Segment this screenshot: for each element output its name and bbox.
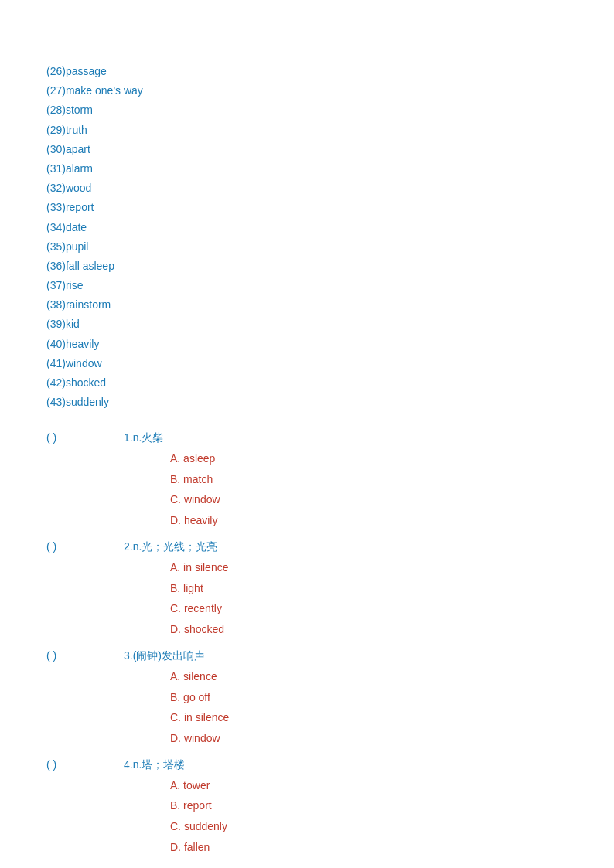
question-option[interactable]: D. heavily <box>46 510 568 531</box>
vocab-item: (38)rainstorm <box>46 295 568 315</box>
question-header: ( )4.n.塔；塔楼 <box>46 754 568 775</box>
vocab-item: (43)suddenly <box>46 393 568 412</box>
vocab-item: (37)rise <box>46 276 568 295</box>
question-option[interactable]: C. window <box>46 489 568 510</box>
question-header: ( )5.n.风 <box>46 863 568 868</box>
question-option[interactable]: C. recently <box>46 598 568 619</box>
vocab-item: (36)fall asleep <box>46 257 568 276</box>
question-option[interactable]: A. in silence <box>46 557 568 578</box>
question-option[interactable]: A. silence <box>46 666 568 687</box>
question-option[interactable]: C. suddenly <box>46 816 568 837</box>
vocab-item: (29)truth <box>46 121 568 140</box>
vocab-item: (33)report <box>46 198 568 217</box>
question-option[interactable]: B. report <box>46 795 568 816</box>
question-header: ( )3.(闹钟)发出响声 <box>46 645 568 666</box>
vocab-item: (40)heavily <box>46 335 568 354</box>
question-text: 5.n.风 <box>124 863 152 868</box>
question-option[interactable]: B. go off <box>46 687 568 708</box>
question-option[interactable]: D. shocked <box>46 619 568 640</box>
vocab-item: (35)pupil <box>46 237 568 257</box>
question-header: ( )2.n.光；光线；光亮 <box>46 536 568 557</box>
question-block: ( )3.(闹钟)发出响声A. silenceB. go offC. in si… <box>46 645 568 748</box>
question-block: ( )1.n.火柴A. asleepB. matchC. windowD. he… <box>46 427 568 530</box>
question-block: ( )4.n.塔；塔楼A. towerB. reportC. suddenlyD… <box>46 754 568 857</box>
question-block: ( )5.n.风A. in silenceB. windC. suddenlyD… <box>46 863 568 868</box>
question-header: ( )1.n.火柴 <box>46 427 568 448</box>
question-option[interactable]: B. match <box>46 469 568 490</box>
vocab-item: (26)passage <box>46 62 568 81</box>
vocab-item: (31)alarm <box>46 159 568 179</box>
question-option[interactable]: A. asleep <box>46 448 568 469</box>
question-option[interactable]: D. window <box>46 728 568 749</box>
vocab-item: (39)kid <box>46 315 568 334</box>
question-text: 1.n.火柴 <box>124 427 163 448</box>
question-text: 4.n.塔；塔楼 <box>124 754 185 775</box>
question-option[interactable]: C. in silence <box>46 707 568 728</box>
question-paren: ( ) <box>46 536 124 557</box>
question-paren: ( ) <box>46 645 124 666</box>
question-text: 2.n.光；光线；光亮 <box>124 536 217 557</box>
question-option[interactable]: D. fallen <box>46 837 568 858</box>
question-option[interactable]: A. tower <box>46 775 568 796</box>
question-block: ( )2.n.光；光线；光亮A. in silenceB. lightC. re… <box>46 536 568 639</box>
vocab-item: (34)date <box>46 218 568 237</box>
question-option[interactable]: B. light <box>46 578 568 599</box>
vocab-item: (32)wood <box>46 179 568 198</box>
question-paren: ( ) <box>46 863 124 868</box>
vocab-list: (26)passage(27)make one's way(28)storm(2… <box>46 62 568 412</box>
vocab-item: (42)shocked <box>46 373 568 393</box>
question-text: 3.(闹钟)发出响声 <box>124 645 205 666</box>
question-paren: ( ) <box>46 754 124 775</box>
vocab-item: (28)storm <box>46 100 568 120</box>
vocab-item: (27)make one's way <box>46 81 568 100</box>
question-paren: ( ) <box>46 427 124 448</box>
vocab-item: (41)window <box>46 354 568 373</box>
vocab-item: (30)apart <box>46 140 568 159</box>
questions-section: ( )1.n.火柴A. asleepB. matchC. windowD. he… <box>46 427 568 868</box>
